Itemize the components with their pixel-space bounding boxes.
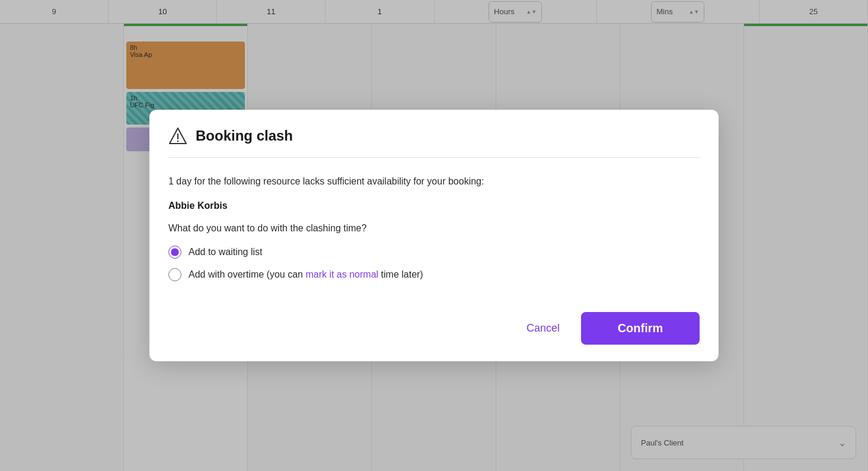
option-overtime[interactable]: Add with overtime (you can mark it as no… xyxy=(168,268,700,281)
modal-overlay: Booking clash 1 day for the following re… xyxy=(0,0,868,471)
dialog-title: Booking clash xyxy=(196,128,293,144)
dialog-body: 1 day for the following resource lacks s… xyxy=(149,158,719,281)
mark-normal-link[interactable]: mark it as normal xyxy=(305,269,378,279)
option-waiting-list[interactable]: Add to waiting list xyxy=(168,246,700,259)
option-waiting-list-label: Add to waiting list xyxy=(189,247,263,257)
warning-icon xyxy=(168,126,187,145)
radio-overtime[interactable] xyxy=(168,268,181,281)
dialog-message: 1 day for the following resource lacks s… xyxy=(168,174,700,189)
overtime-text-after: time later) xyxy=(378,269,423,279)
option-overtime-label: Add with overtime (you can mark it as no… xyxy=(189,269,423,280)
dialog-header: Booking clash xyxy=(149,110,719,157)
confirm-button[interactable]: Confirm xyxy=(581,312,700,345)
clash-question: What do you want to do with the clashing… xyxy=(168,223,700,234)
overtime-text-before: Add with overtime (you can xyxy=(189,269,305,279)
options-group: Add to waiting list Add with overtime (y… xyxy=(168,246,700,281)
svg-point-1 xyxy=(177,141,179,142)
dialog-footer: Cancel Confirm xyxy=(149,300,719,361)
resource-name: Abbie Korbis xyxy=(168,201,700,211)
booking-clash-dialog: Booking clash 1 day for the following re… xyxy=(149,110,719,361)
cancel-button[interactable]: Cancel xyxy=(515,315,572,342)
radio-waiting-list[interactable] xyxy=(168,246,181,259)
